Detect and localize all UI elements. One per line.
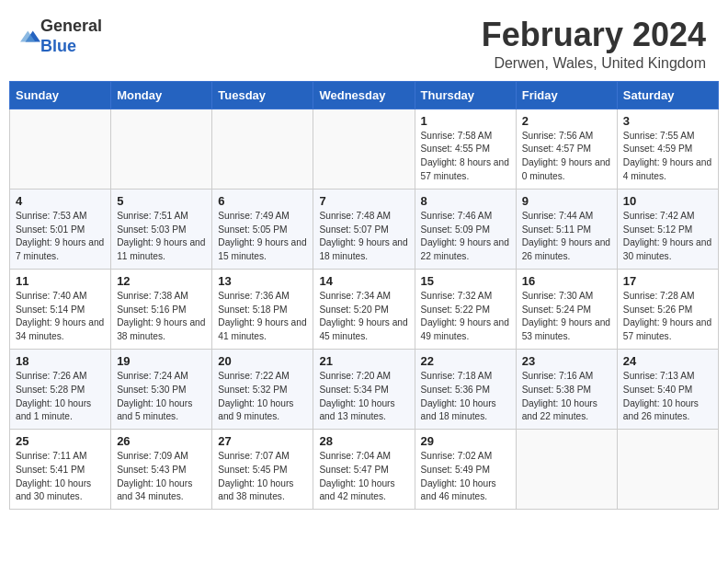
calendar-day-11: 11Sunrise: 7:40 AMSunset: 5:14 PMDayligh…: [10, 269, 111, 349]
calendar-day-23: 23Sunrise: 7:16 AMSunset: 5:38 PMDayligh…: [516, 349, 617, 429]
day-number: 15: [421, 274, 510, 288]
day-number: 26: [117, 434, 206, 448]
calendar-day-empty: [617, 430, 718, 510]
day-number: 6: [218, 194, 307, 208]
calendar-day-12: 12Sunrise: 7:38 AMSunset: 5:16 PMDayligh…: [111, 269, 212, 349]
calendar-day-empty: [212, 109, 313, 189]
calendar-week-row: 18Sunrise: 7:26 AMSunset: 5:28 PMDayligh…: [10, 349, 719, 429]
day-info: Sunrise: 7:46 AMSunset: 5:09 PMDaylight:…: [421, 210, 510, 264]
day-info: Sunrise: 7:20 AMSunset: 5:34 PMDaylight:…: [319, 370, 408, 424]
calendar-day-25: 25Sunrise: 7:11 AMSunset: 5:41 PMDayligh…: [10, 430, 111, 510]
calendar-day-18: 18Sunrise: 7:26 AMSunset: 5:28 PMDayligh…: [10, 349, 111, 429]
day-number: 23: [522, 354, 611, 368]
day-info: Sunrise: 7:38 AMSunset: 5:16 PMDaylight:…: [117, 290, 206, 344]
day-number: 2: [522, 114, 611, 128]
day-number: 22: [421, 354, 510, 368]
calendar-day-2: 2Sunrise: 7:56 AMSunset: 4:57 PMDaylight…: [516, 109, 617, 189]
day-info: Sunrise: 7:51 AMSunset: 5:03 PMDaylight:…: [117, 210, 206, 264]
calendar-day-21: 21Sunrise: 7:20 AMSunset: 5:34 PMDayligh…: [313, 349, 415, 429]
day-info: Sunrise: 7:13 AMSunset: 5:40 PMDaylight:…: [623, 370, 712, 424]
day-header-friday: Friday: [516, 81, 617, 109]
day-info: Sunrise: 7:11 AMSunset: 5:41 PMDaylight:…: [16, 450, 105, 504]
calendar-day-13: 13Sunrise: 7:36 AMSunset: 5:18 PMDayligh…: [212, 269, 313, 349]
calendar-day-28: 28Sunrise: 7:04 AMSunset: 5:47 PMDayligh…: [313, 430, 415, 510]
day-number: 19: [117, 354, 206, 368]
day-number: 14: [319, 274, 408, 288]
day-info: Sunrise: 7:58 AMSunset: 4:55 PMDaylight:…: [421, 130, 510, 184]
day-number: 20: [218, 354, 307, 368]
calendar-day-empty: [313, 109, 415, 189]
day-info: Sunrise: 7:49 AMSunset: 5:05 PMDaylight:…: [218, 210, 307, 264]
day-number: 12: [117, 274, 206, 288]
day-header-wednesday: Wednesday: [313, 81, 415, 109]
day-number: 5: [117, 194, 206, 208]
day-number: 4: [16, 194, 105, 208]
calendar-day-24: 24Sunrise: 7:13 AMSunset: 5:40 PMDayligh…: [617, 349, 718, 429]
calendar-header-row: SundayMondayTuesdayWednesdayThursdayFrid…: [10, 81, 719, 109]
day-info: Sunrise: 7:44 AMSunset: 5:11 PMDaylight:…: [522, 210, 611, 264]
day-number: 28: [319, 434, 408, 448]
day-number: 17: [623, 274, 712, 288]
calendar-day-empty: [516, 430, 617, 510]
day-number: 24: [623, 354, 712, 368]
day-number: 18: [16, 354, 105, 368]
calendar-day-7: 7Sunrise: 7:48 AMSunset: 5:07 PMDaylight…: [313, 189, 415, 269]
day-info: Sunrise: 7:04 AMSunset: 5:47 PMDaylight:…: [319, 450, 408, 504]
calendar-day-empty: [111, 109, 212, 189]
day-info: Sunrise: 7:36 AMSunset: 5:18 PMDaylight:…: [218, 290, 307, 344]
calendar-day-1: 1Sunrise: 7:58 AMSunset: 4:55 PMDaylight…: [415, 109, 516, 189]
day-info: Sunrise: 7:34 AMSunset: 5:20 PMDaylight:…: [319, 290, 408, 344]
page-header: General Blue February 2024 Derwen, Wales…: [0, 0, 728, 81]
day-number: 25: [16, 434, 105, 448]
calendar-day-6: 6Sunrise: 7:49 AMSunset: 5:05 PMDaylight…: [212, 189, 313, 269]
day-info: Sunrise: 7:24 AMSunset: 5:30 PMDaylight:…: [117, 370, 206, 424]
calendar-day-29: 29Sunrise: 7:02 AMSunset: 5:49 PMDayligh…: [415, 430, 516, 510]
day-info: Sunrise: 7:40 AMSunset: 5:14 PMDaylight:…: [16, 290, 105, 344]
day-info: Sunrise: 7:56 AMSunset: 4:57 PMDaylight:…: [522, 130, 611, 184]
calendar-week-row: 11Sunrise: 7:40 AMSunset: 5:14 PMDayligh…: [10, 269, 719, 349]
calendar-day-26: 26Sunrise: 7:09 AMSunset: 5:43 PMDayligh…: [111, 430, 212, 510]
calendar-day-4: 4Sunrise: 7:53 AMSunset: 5:01 PMDaylight…: [10, 189, 111, 269]
calendar-week-row: 25Sunrise: 7:11 AMSunset: 5:41 PMDayligh…: [10, 430, 719, 510]
calendar-day-16: 16Sunrise: 7:30 AMSunset: 5:24 PMDayligh…: [516, 269, 617, 349]
calendar-week-row: 1Sunrise: 7:58 AMSunset: 4:55 PMDaylight…: [10, 109, 719, 189]
day-info: Sunrise: 7:32 AMSunset: 5:22 PMDaylight:…: [421, 290, 510, 344]
day-info: Sunrise: 7:18 AMSunset: 5:36 PMDaylight:…: [421, 370, 510, 424]
day-info: Sunrise: 7:30 AMSunset: 5:24 PMDaylight:…: [522, 290, 611, 344]
day-number: 1: [421, 114, 510, 128]
day-info: Sunrise: 7:16 AMSunset: 5:38 PMDaylight:…: [522, 370, 611, 424]
day-header-tuesday: Tuesday: [212, 81, 313, 109]
location: Derwen, Wales, United Kingdom: [482, 55, 706, 72]
logo-icon: [20, 27, 40, 47]
calendar-day-22: 22Sunrise: 7:18 AMSunset: 5:36 PMDayligh…: [415, 349, 516, 429]
day-number: 16: [522, 274, 611, 288]
day-number: 3: [623, 114, 712, 128]
month-year: February 2024: [482, 17, 706, 53]
day-info: Sunrise: 7:53 AMSunset: 5:01 PMDaylight:…: [16, 210, 105, 264]
calendar-table: SundayMondayTuesdayWednesdayThursdayFrid…: [9, 81, 719, 511]
day-number: 8: [421, 194, 510, 208]
calendar-day-20: 20Sunrise: 7:22 AMSunset: 5:32 PMDayligh…: [212, 349, 313, 429]
calendar-day-17: 17Sunrise: 7:28 AMSunset: 5:26 PMDayligh…: [617, 269, 718, 349]
day-number: 9: [522, 194, 611, 208]
day-info: Sunrise: 7:07 AMSunset: 5:45 PMDaylight:…: [218, 450, 307, 504]
day-header-monday: Monday: [111, 81, 212, 109]
logo-general: General: [40, 17, 102, 37]
day-header-sunday: Sunday: [10, 81, 111, 109]
calendar-day-15: 15Sunrise: 7:32 AMSunset: 5:22 PMDayligh…: [415, 269, 516, 349]
calendar-day-3: 3Sunrise: 7:55 AMSunset: 4:59 PMDaylight…: [617, 109, 718, 189]
day-number: 27: [218, 434, 307, 448]
calendar-day-19: 19Sunrise: 7:24 AMSunset: 5:30 PMDayligh…: [111, 349, 212, 429]
calendar-day-5: 5Sunrise: 7:51 AMSunset: 5:03 PMDaylight…: [111, 189, 212, 269]
day-number: 13: [218, 274, 307, 288]
calendar-day-10: 10Sunrise: 7:42 AMSunset: 5:12 PMDayligh…: [617, 189, 718, 269]
calendar-container: SundayMondayTuesdayWednesdayThursdayFrid…: [0, 81, 728, 520]
day-info: Sunrise: 7:02 AMSunset: 5:49 PMDaylight:…: [421, 450, 510, 504]
day-number: 7: [319, 194, 408, 208]
logo-blue: Blue: [40, 37, 102, 57]
day-number: 21: [319, 354, 408, 368]
day-info: Sunrise: 7:09 AMSunset: 5:43 PMDaylight:…: [117, 450, 206, 504]
day-info: Sunrise: 7:22 AMSunset: 5:32 PMDaylight:…: [218, 370, 307, 424]
calendar-day-14: 14Sunrise: 7:34 AMSunset: 5:20 PMDayligh…: [313, 269, 415, 349]
logo: General Blue: [18, 17, 102, 56]
